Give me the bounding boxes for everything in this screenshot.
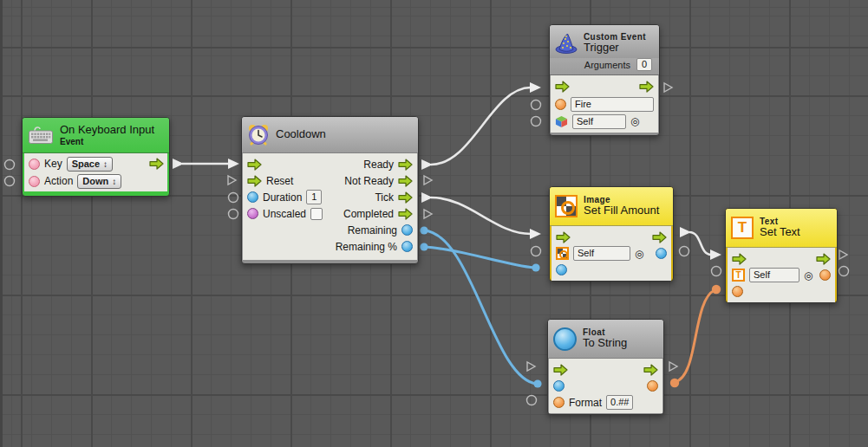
target-picker-icon[interactable] [804,270,813,281]
node-text-set-text[interactable]: T Text Set Text T Self [725,208,838,303]
keyboard-action-outer-port[interactable] [5,177,15,186]
flow-out-port[interactable] [652,231,667,243]
tostring-format-outer-port[interactable] [527,396,537,405]
not-ready-label: Not Ready [344,175,394,187]
remaining-pct-label: Remaining % [336,241,397,253]
text-icon: T [731,217,754,239]
cooldown-notready-outer-port[interactable] [424,176,432,185]
target-field[interactable]: Self [573,246,630,261]
node-image-set-fill-amount[interactable]: Image Set Fill Amount Self [549,186,674,282]
not-ready-out-port[interactable] [398,175,413,187]
event-name-port[interactable] [555,99,566,110]
completed-label: Completed [343,208,394,220]
flow-out-port[interactable] [639,81,654,93]
image-target-icon [556,247,569,260]
target-field[interactable]: Self [749,268,799,282]
tostring-flow-out-outer-port[interactable] [669,362,677,371]
unscaled-label: Unscaled [263,208,306,220]
cooldown-completed-outer-port[interactable] [424,210,432,218]
cooldown-unscaled-outer-port[interactable] [229,210,238,219]
node-title: To String [583,337,627,350]
node-title: Set Fill Amount [584,204,659,217]
remaining-pct-out-port[interactable] [401,241,413,252]
value-in-port[interactable] [732,286,743,297]
ready-label: Ready [363,159,394,171]
trigger-flow-out-outer-port[interactable] [664,83,672,92]
remaining-label: Remaining [348,224,397,236]
value-in-port[interactable] [553,380,565,392]
image-target-outer-port[interactable] [532,247,541,256]
node-cooldown[interactable]: Cooldown Reset Duration 1 Unscaled Ready [241,116,419,264]
keyboard-key-outer-port[interactable] [5,160,15,170]
duration-port[interactable] [247,191,258,203]
tick-out-port[interactable] [398,191,413,204]
image-value-out-outer-port[interactable] [680,247,689,256]
text-target-icon: T [732,269,745,282]
trigger-target-outer-port[interactable] [532,117,541,126]
cooldown-reset-outer-port[interactable] [228,176,236,185]
flow-in-port[interactable] [553,364,568,376]
arguments-field[interactable]: 0 [636,58,652,71]
action-label: Action [44,175,73,187]
format-field[interactable]: 0.## [606,395,633,410]
format-port[interactable] [553,397,565,408]
flow-out-port[interactable] [643,364,658,376]
trigger-name-outer-port[interactable] [532,100,541,110]
float-icon [553,327,577,351]
unscaled-checkbox[interactable] [310,208,323,220]
tick-label: Tick [375,191,394,204]
action-dropdown[interactable]: Down [77,174,121,189]
flow-in-port[interactable] [732,253,747,265]
value-out-port[interactable] [819,269,831,281]
duration-field[interactable]: 1 [306,190,322,204]
action-port[interactable] [29,176,40,187]
gameobject-cube-icon [555,115,568,128]
key-port[interactable] [29,159,40,170]
node-title: Cooldown [276,128,326,141]
ready-out-port[interactable] [398,159,413,171]
text-value-out-outer-port[interactable] [839,267,849,276]
target-picker-icon[interactable] [630,116,639,126]
node-title: On Keyboard Input [60,124,154,137]
cooldown-duration-outer-port[interactable] [229,193,238,203]
alarm-clock-icon [247,124,270,146]
fill-amount-in-port[interactable] [556,264,567,275]
keyboard-icon [28,125,54,146]
target-field[interactable]: Self [572,114,626,129]
node-subtitle: Event [60,137,154,147]
node-title: Trigger [584,42,646,55]
flow-in-port[interactable] [555,81,570,93]
node-on-keyboard-input[interactable]: On Keyboard Input Event Key Space Action… [22,117,170,197]
arguments-label: Arguments [584,60,630,70]
flow-in-port[interactable] [556,231,571,243]
duration-label: Duration [263,191,302,204]
remaining-out-port[interactable] [401,224,413,236]
completed-out-port[interactable] [398,208,413,220]
wizard-hat-icon [555,32,578,55]
flow-out-port[interactable] [149,158,164,170]
image-icon [555,195,578,217]
text-target-outer-port[interactable] [712,267,721,276]
node-custom-event-trigger[interactable]: Custom Event Trigger Arguments 0 Fire Se… [549,24,660,136]
value-out-port[interactable] [656,248,667,259]
flow-out-port[interactable] [816,253,831,265]
flow-in-port[interactable] [247,159,262,171]
tostring-flow-in-outer-port[interactable] [527,362,535,371]
target-picker-icon[interactable] [635,249,643,259]
reset-port[interactable] [247,175,262,187]
text-flow-out-outer-port[interactable] [839,250,847,259]
format-label: Format [569,397,602,409]
unscaled-port[interactable] [247,208,258,219]
node-float-to-string[interactable]: Float To String Format 0.## [547,319,664,415]
node-title: Set Text [760,226,800,239]
result-out-port[interactable] [647,380,658,392]
key-label: Key [44,158,62,170]
reset-label: Reset [266,175,293,187]
event-name-field[interactable]: Fire [571,97,654,112]
key-dropdown[interactable]: Space [67,157,113,172]
